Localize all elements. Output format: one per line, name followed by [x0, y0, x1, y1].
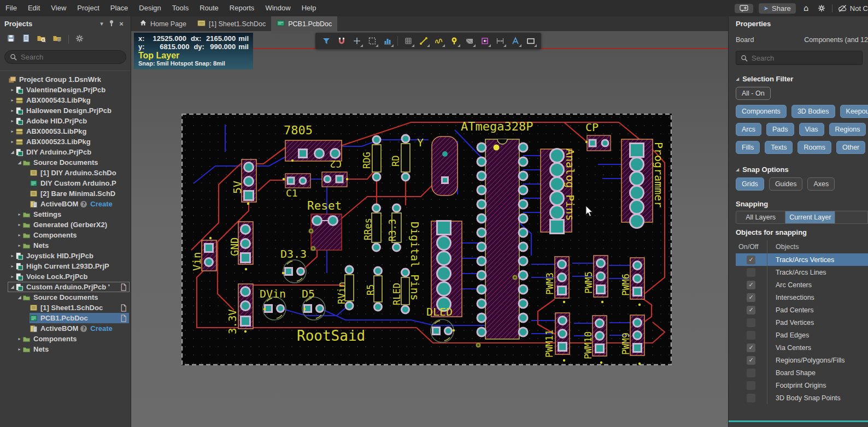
panel-close-icon[interactable]: ×	[116, 20, 126, 28]
tab-pcb1-pcbdoc[interactable]: PCB1.PcbDoc	[271, 16, 337, 31]
menu-item-tools[interactable]: Tools	[167, 0, 194, 16]
tree-collapsed-arrow-icon[interactable]: ▸	[16, 347, 22, 352]
snap-checkbox[interactable]	[747, 268, 755, 277]
snapping-extra-button[interactable]	[835, 211, 868, 224]
tree-collapsed-arrow-icon[interactable]: ▸	[9, 264, 15, 269]
snap-object-row[interactable]: Pad Edges	[736, 329, 868, 341]
create-link[interactable]: Create	[89, 324, 112, 333]
menu-item-edit[interactable]: Edit	[22, 0, 45, 16]
selection-filter-section[interactable]: ◢ Selection Filter	[729, 68, 868, 87]
menu-item-help[interactable]: Help	[296, 0, 322, 16]
snap-object-row[interactable]: Board Shape	[736, 366, 868, 379]
snap-object-row[interactable]: ✓Pad Centers	[736, 304, 868, 316]
pcb-board[interactable]: 7805ATmega328PCPYC2C1ResetD3.3DVinD5DLED…	[181, 114, 672, 365]
tree-collapsed-arrow-icon[interactable]: ▸	[9, 274, 15, 279]
snap-checkbox[interactable]	[747, 331, 755, 340]
snapping-all-layers-button[interactable]: All Layers	[736, 211, 785, 224]
filter-arcs-button[interactable]: Arcs	[736, 123, 761, 136]
tree-collapsed-arrow-icon[interactable]: ▸	[9, 108, 15, 113]
folder-settings-button[interactable]	[52, 34, 62, 45]
grid-icon[interactable]	[401, 34, 415, 48]
filter-fills-button[interactable]: Fills	[736, 141, 760, 154]
interactive-route-icon[interactable]	[416, 34, 431, 48]
doc-scope-label[interactable]: Components (and 12	[804, 36, 868, 44]
align-icon[interactable]	[380, 34, 395, 48]
tree-collapsed-arrow-icon[interactable]: ▸	[9, 98, 15, 103]
snap-object-row[interactable]: Footprint Origins	[736, 379, 868, 392]
create-link[interactable]: Create	[89, 200, 112, 208]
filter-components-button[interactable]: Components	[736, 105, 787, 118]
tree-collapsed-arrow-icon[interactable]: ▸	[16, 212, 22, 217]
snap-axes-button[interactable]: Axes	[807, 177, 835, 191]
snap-options-section[interactable]: ◢ Snap Options	[729, 159, 868, 177]
panel-pin-icon[interactable]	[107, 20, 116, 28]
filter-other-button[interactable]: Other	[836, 141, 865, 154]
tree-item[interactable]: ▸High Current L293D.PrjP	[0, 261, 131, 271]
properties-search-input[interactable]	[752, 54, 850, 62]
tree-collapsed-arrow-icon[interactable]: ▸	[9, 87, 15, 92]
menu-item-file[interactable]: File	[0, 0, 22, 16]
tree-item[interactable]: ▸Nets	[0, 344, 131, 354]
menu-item-view[interactable]: View	[45, 0, 72, 16]
snap-checkbox[interactable]: ✓	[747, 293, 755, 302]
tree-item[interactable]: PCB1.PcbDoc	[0, 313, 131, 323]
filter-pads-button[interactable]: Pads	[766, 123, 794, 136]
filter-rooms-button[interactable]: Rooms	[797, 141, 831, 154]
snap-checkbox[interactable]	[747, 369, 755, 377]
snap-checkbox[interactable]	[747, 381, 755, 390]
projects-gear-button[interactable]	[75, 34, 84, 45]
tree-expanded-arrow-icon[interactable]: ◢	[16, 160, 22, 165]
snap-grids-button[interactable]: Grids	[736, 177, 764, 191]
tree-item[interactable]: ▸ABX00053.LibPkg	[0, 126, 131, 137]
tree-collapsed-arrow-icon[interactable]: ▸	[9, 253, 15, 258]
string-text-icon[interactable]	[508, 34, 523, 48]
snap-object-row[interactable]: ✓Regions/Polygons/Fills	[736, 354, 868, 366]
snap-object-row[interactable]: ✓Track/Arcs Vertices	[736, 253, 868, 266]
polygon-pour-icon[interactable]	[462, 34, 477, 48]
comment-button[interactable]	[735, 4, 753, 13]
tree-item[interactable]: ▸ValentineDesign.PrjPcb	[0, 85, 131, 95]
projects-search-box[interactable]	[4, 50, 126, 64]
tree-item[interactable]: ActiveBOM?Create	[0, 323, 131, 334]
tree-item[interactable]: [1] Sheet1.SchDoc	[0, 303, 131, 313]
snap-checkbox[interactable]	[747, 318, 755, 327]
filter-all-on-button[interactable]: All - On	[736, 87, 771, 100]
snap-checkbox[interactable]: ✓	[747, 343, 755, 352]
snap-checkbox[interactable]	[747, 394, 755, 402]
menu-item-route[interactable]: Route	[194, 0, 224, 16]
filter-texts-button[interactable]: Texts	[765, 141, 793, 154]
filter-icon[interactable]	[319, 34, 333, 48]
menu-item-design[interactable]: Design	[133, 0, 166, 16]
via-icon[interactable]	[447, 34, 461, 48]
snap-object-row[interactable]: 3D Body Snap Points	[736, 392, 868, 404]
share-button[interactable]: ➤ Share	[759, 3, 796, 14]
pcb-editor-canvas[interactable]: x: 12525.000 dx: 2165.000 mil y: 6815.00…	[131, 31, 728, 427]
tree-item[interactable]: [2] Bare Minimal.SchD	[0, 188, 131, 199]
filter-regions-button[interactable]: Regions	[829, 123, 866, 136]
tree-item[interactable]: ◢DIY Arduino.PrjPcb	[0, 147, 131, 157]
tree-item[interactable]: [1] DIY Arduino.SchDo	[0, 168, 131, 178]
snap-object-row[interactable]: ✓Via Centers	[736, 341, 868, 354]
tree-item[interactable]: ▸Settings	[0, 209, 131, 220]
menu-item-reports[interactable]: Reports	[224, 0, 260, 16]
tree-item[interactable]: ▸Components	[0, 230, 131, 240]
home-button[interactable]: ⌂	[801, 4, 811, 13]
board-shape-icon[interactable]	[523, 34, 538, 48]
menu-item-project[interactable]: Project	[72, 0, 104, 16]
tree-collapsed-arrow-icon[interactable]: ▸	[9, 118, 15, 123]
tree-collapsed-arrow-icon[interactable]: ▸	[16, 243, 22, 248]
tree-item[interactable]: DIY Custom Arduino.P	[0, 178, 131, 188]
projects-search-input[interactable]	[21, 53, 108, 61]
tree-item[interactable]: ▸Voice Lock.PrjPcb	[0, 271, 131, 282]
explore-folder-button[interactable]	[37, 34, 46, 45]
tree-item[interactable]: ◢Source Documents	[0, 157, 131, 168]
tab--1-sheet1-schdoc[interactable]: [1] Sheet1.SchDoc	[192, 16, 271, 31]
tree-item[interactable]: ◢Custom Arduino.PrjPcb '	[0, 282, 131, 292]
tab-home-page[interactable]: Home Page	[134, 16, 192, 31]
snap-object-row[interactable]: Track/Arcs Lines	[736, 266, 868, 278]
tree-collapsed-arrow-icon[interactable]: ▸	[16, 233, 22, 238]
snap-checkbox[interactable]: ✓	[747, 306, 755, 315]
snap-magnet-icon[interactable]	[334, 34, 349, 48]
tree-collapsed-arrow-icon[interactable]: ▸	[9, 139, 15, 144]
menu-item-window[interactable]: Window	[260, 0, 296, 16]
